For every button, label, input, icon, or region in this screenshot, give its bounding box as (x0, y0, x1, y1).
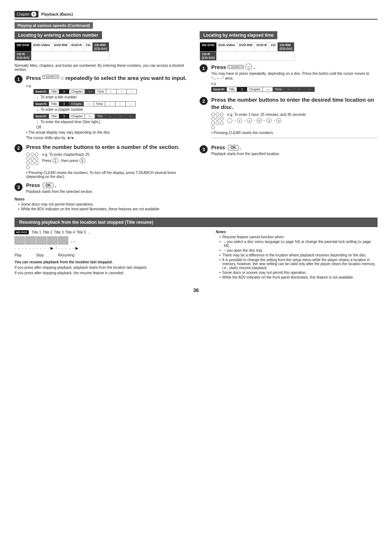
arrow-down-1: ↓ (36, 95, 38, 100)
rsb-t3: -- (304, 87, 314, 92)
circle-5: 5 (79, 158, 85, 163)
circle-row-4 (26, 166, 38, 169)
cursor-note: The cursor shifts also by ◄/►. (26, 136, 192, 140)
r-circ4 (211, 117, 215, 121)
sb1-num: 3 (59, 89, 69, 94)
right-step2: 2 Press the number buttons to enter the … (200, 96, 377, 141)
arrow-down-3: ↓ (36, 119, 38, 125)
circ1 (26, 153, 30, 156)
eg-text-step2: e.g. To enter chapter/track 25: (42, 153, 90, 157)
resume-section: Resuming playback from the location last… (15, 218, 377, 280)
left-note-1: Some discs may not permit these operatio… (18, 202, 192, 206)
right-step1-num: 1 (200, 64, 208, 72)
circles-illustration (26, 153, 38, 169)
title-1-label: Title 1 (32, 230, 41, 234)
circle-row-3 (26, 161, 38, 165)
right-step3-title: Press OK . (211, 145, 377, 150)
left-step2-num: 2 (15, 144, 23, 152)
disc-dvd-rw: DVD-RW (52, 42, 70, 51)
resume-note-4: It is possible to change the setting fro… (220, 258, 377, 270)
circ9 (35, 161, 38, 165)
left-step3-content: Press OK . Playback starts from the sele… (26, 182, 192, 194)
r-circ6 (220, 117, 224, 121)
title-img-2 (25, 236, 36, 244)
circ7 (26, 161, 30, 165)
r-circ1 (211, 113, 215, 116)
resume-note-5: Some discs or scenes may not permit this… (220, 271, 377, 275)
circle-row-2 (26, 157, 38, 161)
step2-illustration: e.g. To enter chapter/track 25: Press 2 … (26, 153, 192, 169)
left-notes: Notes Some discs may not permit these op… (15, 197, 192, 211)
circle-2: 2 (53, 158, 58, 163)
right-search-bar: Search: Title 3 Chapter ---- Time -- -- … (211, 87, 315, 92)
continued-bar: Playing at various speeds (Continued) (15, 22, 93, 29)
left-notes-title: Notes (15, 197, 192, 201)
left-step2: 2 Press the number buttons to enter a nu… (15, 143, 192, 179)
dot-marker: • (56, 246, 57, 250)
hd-dvd-badge: HD DVD (15, 230, 29, 234)
more-label: … (87, 230, 91, 234)
disc-hd-dvd: HD DVD (15, 42, 32, 51)
sb1-chapter: Chapter (69, 89, 85, 94)
disc-note: • The actual display may vary depending … (26, 130, 192, 134)
right-step2-num: 2 (200, 97, 208, 105)
right-step1-content: Press T.SEARCH ○ . You may have to press… (211, 64, 377, 93)
chapter-badge: Chapter 3 (15, 11, 38, 17)
title-img-1 (15, 236, 25, 244)
e-circ-5: 5 (257, 118, 262, 123)
press-text-r3: Press (211, 145, 225, 150)
right-step2-note: • Pressing CLEAR resets the numbers. (211, 131, 377, 135)
search-bar-3: Search: Title 3 Chapter ---- Tim -- -- -… (33, 114, 136, 119)
right-column: Locating by entering elapsed time HD DVD… (200, 31, 377, 212)
disc-dvd-video: DVD-Video (32, 42, 52, 51)
play-label: Play (15, 253, 21, 257)
sb3-chapter: Chapter (69, 114, 85, 118)
left-disc-badges: HD DVD DVD-Video DVD-RW DVD-R CD CD-RW(C… (15, 42, 109, 61)
chapter-header: Chapter 3 Playback (Basic) (15, 11, 377, 20)
sb1-dashes: ---- (85, 89, 95, 94)
tsearch-icon-1: T.SEARCH (42, 75, 59, 79)
right-step2-illustration: e.g. To enter 1 hour, 25 minutes, and 30… (211, 113, 377, 129)
title-images-row: … (15, 236, 209, 244)
left-step2-title: Press the number buttons to enter a numb… (26, 143, 192, 151)
right-step2-content: Press the number buttons to enter the de… (211, 96, 377, 141)
rsb-dashes: ---- (262, 87, 273, 92)
rsb-t2: -- (294, 87, 304, 92)
right-eg-text: e.g. To enter 1 hour, 25 minutes, and 30… (227, 113, 306, 117)
e-circ-0a (227, 118, 232, 123)
sb1-t3: -- (126, 89, 136, 94)
r-disc-cd: CD (269, 42, 278, 51)
main-content: Locating by entering a section number HD… (15, 31, 377, 212)
title-img-4 (47, 236, 57, 244)
left-step3-title: Press OK . (26, 182, 192, 188)
arrow-note-2: To enter a chapter number (41, 108, 83, 112)
r-disc-dvd-video: DVD-Video (217, 42, 237, 51)
sb3-dashes: ---- (85, 114, 95, 118)
hd-dvd-row: HD DVD Title 1 Title 2 Title 3 Title 4 T… (15, 230, 209, 234)
disc-cdr-cdda: CD-R(CD-DA) (15, 52, 31, 60)
resume-note-2: – you open the disc tray. (220, 248, 377, 252)
sb2-label: Search: (34, 102, 49, 106)
tsearch-icon-r1: T.SEARCH (228, 65, 244, 69)
circ8 (30, 161, 34, 165)
circ6 (35, 157, 38, 161)
resume-note-0: Resume feature cannot function when: (220, 235, 377, 239)
right-step2-eg: e.g. To enter 1 hour, 25 minutes, and 30… (227, 113, 306, 123)
right-step3: 3 Press OK . Playback starts from the sp… (200, 145, 377, 156)
sb1-title: Title (49, 89, 59, 94)
arrow-row-3: ↓ To enter the elapsed time (See right.) (33, 119, 192, 125)
resume-right: Notes Resume feature cannot function whe… (216, 230, 377, 280)
period-r1: . (253, 64, 255, 70)
circ3 (35, 153, 38, 156)
period: . (86, 159, 87, 163)
chapter-label: Chapter (17, 12, 30, 16)
title-5-label: Title 5 (76, 230, 86, 234)
timeline-dashes2: - - - - - (58, 246, 74, 250)
left-step1-title: Press T.SEARCH ○ repeatedly to select th… (26, 74, 192, 82)
eg-label-1: e.g. (26, 84, 192, 88)
right-step3-note: Playback starts from the specified locat… (211, 152, 377, 156)
chapter-title: Playback (Basic) (41, 12, 73, 16)
arrow-row-1: ↓ To enter a title number (33, 95, 192, 100)
right-step1-title: Press T.SEARCH ○ . (211, 64, 377, 70)
left-note-2: While the ADV indicator on the front pan… (18, 207, 192, 211)
